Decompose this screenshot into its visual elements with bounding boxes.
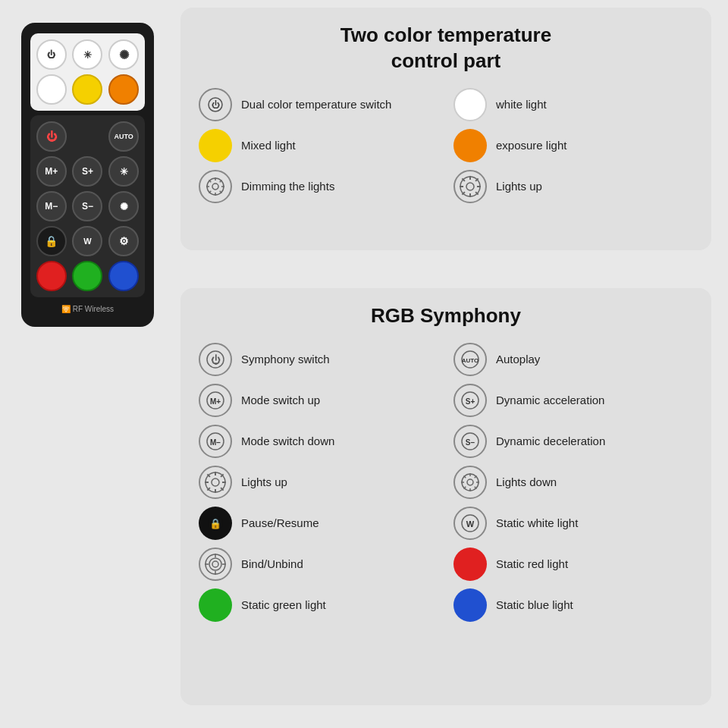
white-light-label: white light [496, 98, 547, 111]
svg-text:⏻: ⏻ [211, 354, 221, 366]
remote-row-3: ⏻ AUTO [35, 121, 140, 152]
sminus-btn[interactable]: S− [72, 191, 102, 221]
lights-up-label: Lights up [496, 180, 542, 193]
dynamic-decel-icon: S− [453, 425, 487, 458]
bright-btn2[interactable]: ✳ [108, 156, 139, 187]
legend-dynamic-accel: S+ Dynamic acceleration [453, 384, 693, 417]
mplus-btn[interactable]: M+ [36, 156, 67, 187]
static-red-icon [453, 548, 487, 581]
pause-resume-label: Pause/Resume [241, 516, 319, 529]
autoplay-icon: AUTO [453, 343, 487, 376]
svg-point-60 [209, 558, 221, 570]
remote-row-6: 🔒 W ⚙ [35, 226, 140, 256]
svg-line-9 [220, 190, 222, 193]
static-blue-label: Static blue light [496, 598, 573, 611]
svg-point-13 [466, 183, 474, 190]
lock-btn[interactable]: 🔒 [36, 226, 67, 256]
legend-exposure-light: exposure light [453, 129, 693, 162]
autoplay-label: Autoplay [496, 353, 540, 366]
white-btn[interactable] [36, 74, 67, 105]
mixed-light-icon [199, 129, 232, 162]
svg-line-50 [464, 475, 466, 478]
bind-unbind-label: Bind/Unbind [241, 557, 303, 570]
legend-lights-down: Lights down [453, 466, 693, 499]
static-blue-icon [453, 588, 487, 622]
symphony-switch-label: Symphony switch [241, 353, 330, 366]
mode-down-label: Mode switch down [241, 435, 334, 447]
w-btn[interactable]: W [72, 226, 102, 256]
mminus-btn[interactable]: M− [36, 191, 67, 221]
temp-control-card: Two color temperaturecontrol part ⏻ Dual… [180, 8, 711, 250]
svg-text:🔒: 🔒 [209, 516, 222, 529]
mode-up-label: Mode switch up [241, 394, 320, 406]
dimming-icon [199, 170, 232, 203]
orange-btn[interactable] [108, 74, 139, 105]
legend-dual-temp: ⏻ Dual color temperature switch [199, 88, 438, 121]
svg-point-35 [212, 479, 219, 486]
remote-bottom-section: ⏻ AUTO M+ S+ ✳ M− S− ✺ 🔒 W ⚙ [30, 115, 145, 297]
svg-line-10 [220, 180, 222, 182]
dim-btn2[interactable]: ✺ [108, 191, 139, 221]
svg-line-52 [475, 475, 477, 478]
legend-static-white: W Static white light [453, 507, 693, 540]
remote-row-5: M− S− ✺ [35, 191, 140, 221]
lights-down-icon [453, 466, 487, 499]
power-btn-bottom[interactable]: ⏻ [36, 121, 67, 152]
lights-down-label: Lights down [496, 475, 557, 488]
white-light-icon [453, 88, 487, 121]
rgb-legend-grid: ⏻ Symphony switch AUTO Autoplay M+ Mode … [199, 343, 693, 622]
svg-text:⏻: ⏻ [212, 100, 220, 109]
card-top-title: Two color temperaturecontrol part [199, 23, 693, 74]
card-bottom-title: RGB Symphony [199, 303, 693, 329]
green-btn[interactable] [72, 261, 102, 291]
lights-up-icon [453, 170, 487, 203]
mixed-light-label: Mixed light [241, 139, 296, 152]
legend-lights-up: Lights up [453, 170, 693, 203]
temp-legend-grid: ⏻ Dual color temperature switch white li… [199, 88, 693, 203]
svg-line-53 [464, 486, 466, 488]
svg-line-8 [209, 180, 212, 182]
svg-text:AUTO: AUTO [462, 357, 479, 364]
legend-mixed-light: Mixed light [199, 129, 438, 162]
red-btn[interactable] [36, 261, 67, 291]
remote-row-1: ⏻ ✳ ✺ [35, 39, 140, 70]
remote-row-4: M+ S+ ✳ [35, 156, 140, 187]
dim-btn[interactable]: ✳ [72, 39, 102, 70]
static-green-label: Static green light [241, 598, 326, 611]
static-green-icon [199, 588, 232, 622]
yellow-btn[interactable] [72, 74, 102, 105]
bright-btn[interactable]: ✺ [108, 39, 139, 70]
static-white-icon: W [453, 507, 487, 540]
blue-btn[interactable] [108, 261, 139, 291]
mode-up-icon: M+ [199, 384, 232, 417]
legend-static-green: Static green light [199, 588, 438, 622]
rgb-symphony-card: RGB Symphony ⏻ Symphony switch AUTO Auto… [180, 288, 711, 705]
static-white-label: Static white light [496, 516, 578, 529]
auto-btn[interactable]: AUTO [108, 121, 139, 152]
legend-dynamic-decel: S− Dynamic deceleration [453, 425, 693, 458]
legend-pause-resume: 🔒 Pause/Resume [199, 507, 438, 540]
legend-white-light: white light [453, 88, 693, 121]
svg-line-51 [475, 486, 477, 488]
legend-static-blue: Static blue light [453, 588, 693, 622]
legend-mode-up: M+ Mode switch up [199, 384, 438, 417]
dynamic-accel-icon: S+ [453, 384, 487, 417]
legend-dimming: Dimming the lights [199, 170, 438, 203]
rgb-lights-up-icon [199, 466, 232, 499]
power-btn-top[interactable]: ⏻ [36, 39, 67, 70]
splus-btn[interactable]: S+ [72, 156, 102, 187]
svg-point-59 [212, 561, 218, 567]
symphony-switch-icon: ⏻ [199, 343, 232, 376]
dual-temp-icon: ⏻ [199, 88, 232, 121]
svg-line-11 [209, 190, 212, 193]
dynamic-accel-label: Dynamic acceleration [496, 394, 604, 406]
legend-symphony-switch: ⏻ Symphony switch [199, 343, 438, 376]
remote-control: ⏻ ✳ ✺ ⏻ AUTO M+ S+ ✳ M− S− ✺ 🔒 W ⚙ [21, 23, 154, 327]
svg-text:S−: S− [466, 438, 475, 447]
legend-static-red: Static red light [453, 548, 693, 581]
exposure-light-label: exposure light [496, 139, 566, 152]
pause-resume-icon: 🔒 [199, 507, 232, 540]
legend-bind-unbind: Bind/Unbind [199, 548, 438, 581]
settings-btn[interactable]: ⚙ [108, 226, 139, 256]
svg-text:S+: S+ [466, 397, 475, 406]
